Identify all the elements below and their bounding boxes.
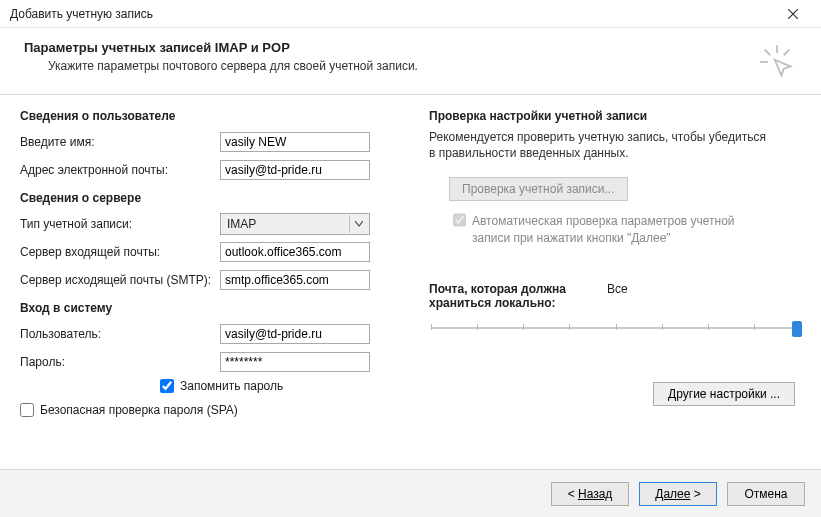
- outgoing-server-input[interactable]: [220, 270, 370, 290]
- svg-line-4: [765, 50, 771, 56]
- other-settings-button[interactable]: Другие настройки ...: [653, 382, 795, 406]
- mail-keep-value: Все: [607, 282, 628, 296]
- test-section-title: Проверка настройки учетной записи: [429, 109, 801, 123]
- account-type-value: IMAP: [227, 217, 256, 231]
- login-section-title: Вход в систему: [20, 301, 399, 315]
- outgoing-label: Сервер исходящей почты (SMTP):: [20, 273, 220, 287]
- user-input[interactable]: [220, 324, 370, 344]
- email-input[interactable]: [220, 160, 370, 180]
- svg-line-5: [784, 50, 790, 56]
- incoming-label: Сервер входящей почты:: [20, 245, 220, 259]
- header-subtitle: Укажите параметры почтового сервера для …: [48, 59, 418, 73]
- email-label: Адрес электронной почты:: [20, 163, 220, 177]
- spa-label: Безопасная проверка пароля (SPA): [40, 403, 238, 417]
- header-title: Параметры учетных записей IMAP и POP: [24, 40, 418, 55]
- server-section-title: Сведения о сервере: [20, 191, 399, 205]
- auto-test-checkbox[interactable]: [453, 213, 466, 227]
- user-section-title: Сведения о пользователе: [20, 109, 399, 123]
- next-button[interactable]: Далее >: [639, 482, 717, 506]
- back-button[interactable]: < Назад: [551, 482, 629, 506]
- auto-test-label: Автоматическая проверка параметров учетн…: [472, 213, 753, 245]
- password-input[interactable]: [220, 352, 370, 372]
- test-account-button[interactable]: Проверка учетной записи...: [449, 177, 628, 201]
- cursor-click-icon: [759, 44, 795, 80]
- name-label: Введите имя:: [20, 135, 220, 149]
- chevron-down-icon: [349, 215, 367, 233]
- user-label: Пользователь:: [20, 327, 220, 341]
- slider-thumb[interactable]: [792, 321, 802, 337]
- mail-keep-label: Почта, которая должна храниться локально…: [429, 282, 589, 310]
- account-type-label: Тип учетной записи:: [20, 217, 220, 231]
- password-label: Пароль:: [20, 355, 220, 369]
- close-button[interactable]: [773, 2, 813, 26]
- window-title: Добавить учетную запись: [10, 7, 153, 21]
- name-input[interactable]: [220, 132, 370, 152]
- mail-keep-slider[interactable]: [431, 318, 801, 338]
- incoming-server-input[interactable]: [220, 242, 370, 262]
- test-section-text: Рекомендуется проверить учетную запись, …: [429, 129, 769, 161]
- account-type-select[interactable]: IMAP: [220, 213, 370, 235]
- close-icon: [788, 9, 798, 19]
- remember-password-checkbox[interactable]: [160, 379, 174, 393]
- remember-password-label: Запомнить пароль: [180, 379, 283, 393]
- spa-checkbox[interactable]: [20, 403, 34, 417]
- cancel-button[interactable]: Отмена: [727, 482, 805, 506]
